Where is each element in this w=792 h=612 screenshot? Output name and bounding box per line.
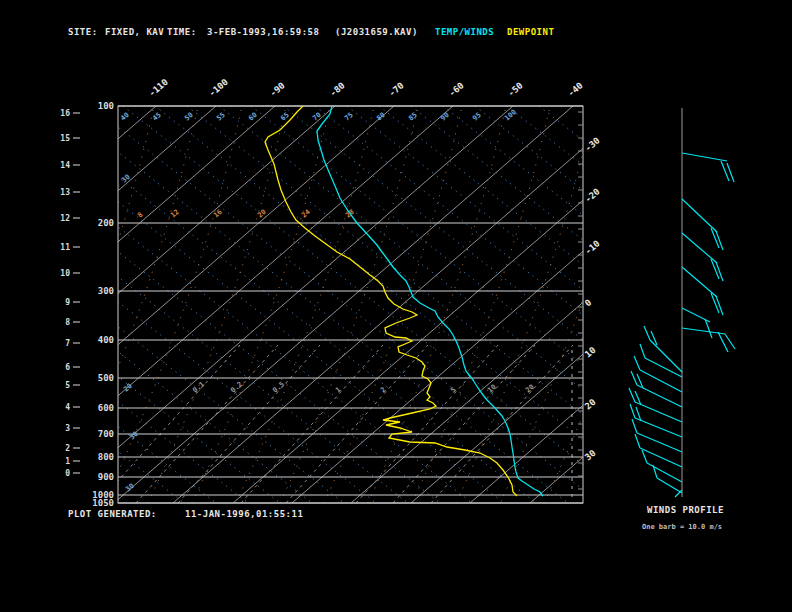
svg-text:-90: -90 xyxy=(268,80,287,98)
svg-text:16: 16 xyxy=(212,208,224,220)
svg-text:-80: -80 xyxy=(328,80,347,98)
svg-text:100: 100 xyxy=(98,101,114,111)
svg-text:0: 0 xyxy=(65,469,70,478)
plot-generated-value: 11-JAN-1996,01:55:11 xyxy=(185,509,303,519)
svg-text:600: 600 xyxy=(98,403,114,413)
svg-text:30: 30 xyxy=(128,430,140,442)
svg-text:10: 10 xyxy=(583,345,598,360)
svg-text:9: 9 xyxy=(65,298,70,307)
winds-profile-layer xyxy=(629,108,735,497)
svg-text:5: 5 xyxy=(65,381,70,390)
svg-text:5: 5 xyxy=(449,386,457,395)
svg-text:-40: -40 xyxy=(566,80,585,98)
svg-text:-10: -10 xyxy=(583,238,602,256)
svg-text:30: 30 xyxy=(124,482,136,494)
svg-text:20: 20 xyxy=(524,383,536,395)
svg-text:50: 50 xyxy=(183,111,195,123)
svg-text:24: 24 xyxy=(300,208,312,220)
svg-text:30: 30 xyxy=(120,173,132,185)
svg-text:-30: -30 xyxy=(583,135,602,153)
svg-text:900: 900 xyxy=(98,472,114,482)
moist-adiabats-layer xyxy=(16,106,682,503)
svg-text:6: 6 xyxy=(65,363,70,372)
svg-text:13: 13 xyxy=(60,188,70,197)
svg-text:1050: 1050 xyxy=(92,498,114,508)
svg-text:-20: -20 xyxy=(583,186,602,204)
dewpoint-curve xyxy=(265,106,517,496)
svg-text:4: 4 xyxy=(65,403,70,412)
line-labels-layer: 4045505560657075808590951003020303081216… xyxy=(119,108,536,493)
svg-text:10: 10 xyxy=(60,269,70,278)
plot-frame xyxy=(118,106,583,503)
svg-text:200: 200 xyxy=(98,218,114,228)
svg-text:20: 20 xyxy=(256,208,268,220)
svg-text:75: 75 xyxy=(343,111,355,123)
svg-text:-110: -110 xyxy=(147,77,170,99)
svg-text:20: 20 xyxy=(583,397,598,412)
svg-text:1: 1 xyxy=(334,386,342,395)
svg-text:8: 8 xyxy=(65,318,70,327)
skewt-chart: 1002003004005006007008009001000105016151… xyxy=(0,0,792,612)
svg-text:30: 30 xyxy=(583,448,598,463)
svg-text:60: 60 xyxy=(247,111,259,123)
svg-text:-100: -100 xyxy=(207,77,230,99)
svg-text:12: 12 xyxy=(60,214,70,223)
svg-text:15: 15 xyxy=(60,134,70,143)
svg-text:12: 12 xyxy=(169,208,181,220)
winds-profile-title: WINDS PROFILE xyxy=(647,505,724,515)
svg-text:95: 95 xyxy=(471,111,483,123)
svg-text:400: 400 xyxy=(98,335,114,345)
skewt-screen: SITE: FIXED, KAV TIME: 3-FEB-1993,16:59:… xyxy=(0,0,792,612)
svg-text:8: 8 xyxy=(136,211,144,220)
svg-text:2: 2 xyxy=(379,386,387,395)
svg-text:70: 70 xyxy=(311,111,323,123)
svg-text:500: 500 xyxy=(98,373,114,383)
svg-text:90: 90 xyxy=(439,111,451,123)
svg-text:2: 2 xyxy=(65,444,70,453)
winds-profile-legend: One barb = 10.0 m/s xyxy=(642,523,722,531)
svg-text:40: 40 xyxy=(119,111,131,123)
svg-text:45: 45 xyxy=(151,111,163,123)
svg-text:300: 300 xyxy=(98,286,114,296)
svg-text:16: 16 xyxy=(60,109,70,118)
temperature-curve xyxy=(317,106,543,496)
svg-text:800: 800 xyxy=(98,452,114,462)
svg-text:55: 55 xyxy=(215,111,227,123)
svg-text:-70: -70 xyxy=(387,80,406,98)
svg-text:700: 700 xyxy=(98,429,114,439)
plot-generated-label: PLOT GENERATED: xyxy=(68,509,157,519)
svg-text:85: 85 xyxy=(407,111,419,123)
svg-text:-60: -60 xyxy=(447,80,466,98)
svg-text:3: 3 xyxy=(65,424,70,433)
axis-labels-layer: 1002003004005006007008009001000105016151… xyxy=(60,77,601,508)
svg-text:7: 7 xyxy=(65,339,70,348)
svg-text:0: 0 xyxy=(583,297,594,308)
pressure-grid-layer xyxy=(118,106,583,503)
svg-text:14: 14 xyxy=(60,161,70,170)
svg-text:11: 11 xyxy=(60,243,70,252)
svg-text:1: 1 xyxy=(65,457,70,466)
svg-text:-50: -50 xyxy=(506,80,525,98)
